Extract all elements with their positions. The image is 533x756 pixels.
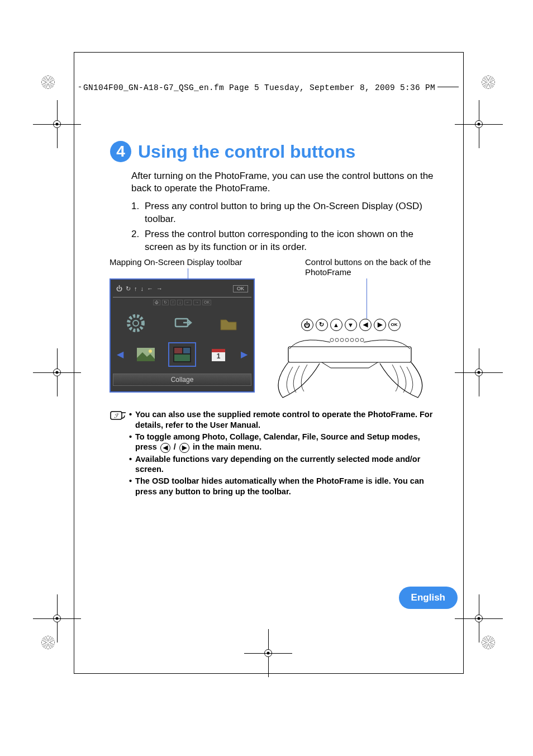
mini-icon: OK	[202, 300, 211, 305]
rotate-icon: ↻	[316, 319, 328, 331]
left-triangle-icon: ◀	[160, 443, 170, 453]
figure-group: Mapping On-Screen Display toolbar ⏻ ↻ ↑ …	[110, 257, 435, 403]
svg-rect-8	[174, 355, 190, 361]
step-number-badge: 4	[110, 141, 131, 162]
svg-text:ℱ: ℱ	[114, 413, 120, 419]
right-triangle-icon: ▶	[179, 443, 189, 453]
osd-mini-toolbar: ⏻ ↻ ↑ ↓ ← → OK	[113, 300, 251, 305]
note-text: The OSD toolbar hides automatically when…	[135, 476, 435, 497]
ok-label: OK	[233, 285, 248, 292]
calendar-icon: 1	[204, 342, 232, 367]
svg-point-17	[350, 338, 354, 342]
right-triangle-icon: ▶	[241, 349, 248, 360]
svg-point-4	[149, 349, 152, 353]
osd-menu-row: ◀ 1 ▶	[113, 339, 251, 370]
gear-icon	[122, 311, 150, 336]
section-heading: 4 Using the control buttons	[110, 141, 435, 162]
step-text: Press any control button to bring up the…	[145, 200, 435, 226]
ok-button-icon: OK	[388, 319, 401, 331]
notes-list: You can also use the supplied remote con…	[129, 409, 435, 498]
page-content: 4 Using the control buttons After turnin…	[110, 141, 435, 498]
crop-mark-icon	[473, 366, 485, 379]
mini-icon: ⏻	[153, 300, 160, 305]
list-item: 2. Press the control button correspondin…	[131, 228, 435, 254]
step-number: 1.	[131, 200, 145, 226]
rotate-icon: ↻	[126, 285, 131, 292]
figure-osd: Mapping On-Screen Display toolbar ⏻ ↻ ↑ …	[110, 257, 255, 403]
list-item: The OSD toolbar hides automatically when…	[129, 476, 435, 497]
language-badge: English	[399, 587, 458, 609]
section-title: Using the control buttons	[138, 141, 355, 162]
source-icon	[168, 311, 196, 336]
crop-mark-icon	[473, 118, 485, 130]
registration-mark-icon	[482, 636, 495, 649]
svg-rect-6	[174, 348, 182, 353]
crop-mark-icon	[51, 612, 63, 625]
svg-point-13	[330, 338, 334, 342]
registration-mark-icon	[41, 636, 55, 649]
step-list: 1. Press any control button to bring up …	[131, 200, 435, 254]
list-item: 1. Press any control button to bring up …	[131, 200, 435, 226]
registration-mark-icon	[41, 75, 55, 89]
step-number: 2.	[131, 228, 145, 254]
svg-point-14	[335, 338, 339, 342]
svg-text:1: 1	[216, 352, 220, 360]
mini-icon: ↓	[177, 300, 183, 305]
svg-point-18	[355, 338, 359, 342]
up-triangle-icon: ▲	[330, 319, 342, 331]
list-item: You can also use the supplied remote con…	[129, 409, 435, 431]
notes-block: ℱ You can also use the supplied remote c…	[110, 409, 435, 498]
svg-point-16	[345, 338, 349, 342]
back-button-row: ⏻ ↻ ▲ ▼ ◀ ▶ OK	[266, 319, 435, 331]
note-icon: ℱ	[110, 409, 127, 422]
svg-rect-12	[288, 347, 411, 362]
osd-screenshot: ⏻ ↻ ↑ ↓ ← → OK ⏻ ↻ ↑ ↓ ← →	[110, 278, 255, 393]
svg-point-19	[360, 338, 364, 342]
device-outline-illustration	[266, 333, 434, 400]
power-icon: ⏻	[301, 319, 313, 331]
note-text: Available functions vary depending on th…	[135, 454, 435, 475]
left-triangle-icon: ◀	[117, 349, 123, 360]
svg-rect-7	[183, 348, 190, 353]
list-item: To toggle among Photo, Collage, Calendar…	[129, 432, 435, 453]
leader-line	[367, 278, 367, 319]
registration-mark-icon	[482, 75, 495, 89]
svg-point-15	[340, 338, 344, 342]
left-arrow-icon: ←	[147, 285, 153, 292]
page-header: GN104F00_GN-A18-G7_QSG_en.fm Page 5 Tues…	[81, 83, 437, 92]
list-item: Available functions vary depending on th…	[129, 454, 435, 475]
note-text: You can also use the supplied remote con…	[135, 409, 435, 431]
power-icon: ⏻	[116, 285, 122, 292]
figure-label: Control buttons on the back of the Photo…	[305, 257, 435, 277]
right-arrow-icon: →	[156, 285, 163, 292]
right-triangle-icon: ▶	[374, 319, 386, 331]
figure-label: Mapping On-Screen Display toolbar	[110, 257, 255, 267]
osd-menu-row	[113, 308, 251, 339]
down-triangle-icon: ▼	[345, 319, 357, 331]
mini-icon: →	[193, 300, 201, 305]
down-arrow-icon: ↓	[141, 285, 144, 292]
mini-icon: ←	[184, 300, 192, 305]
page-frame: GN104F00_GN-A18-G7_QSG_en.fm Page 5 Tues…	[74, 52, 464, 674]
figure-device-back: Control buttons on the back of the Photo…	[266, 257, 435, 403]
collage-icon	[168, 342, 196, 367]
osd-toolbar: ⏻ ↻ ↑ ↓ ← → OK	[113, 283, 251, 297]
left-triangle-icon: ◀	[359, 319, 372, 331]
mini-icon: ↑	[170, 300, 176, 305]
note-text: To toggle among Photo, Collage, Calendar…	[135, 432, 435, 453]
photo-icon	[132, 342, 160, 367]
mini-icon: ↻	[162, 300, 169, 305]
crop-mark-icon	[51, 366, 63, 379]
leader-line	[188, 268, 188, 278]
crop-mark-icon	[51, 118, 63, 130]
step-text: Press the control button corresponding t…	[145, 228, 435, 254]
up-arrow-icon: ↑	[134, 285, 137, 292]
section-intro: After turning on the PhotoFrame, you can…	[131, 170, 435, 195]
osd-mode-label: Collage	[113, 374, 251, 386]
crop-mark-icon	[473, 612, 485, 625]
folder-icon	[215, 311, 242, 336]
svg-point-1	[133, 320, 139, 326]
